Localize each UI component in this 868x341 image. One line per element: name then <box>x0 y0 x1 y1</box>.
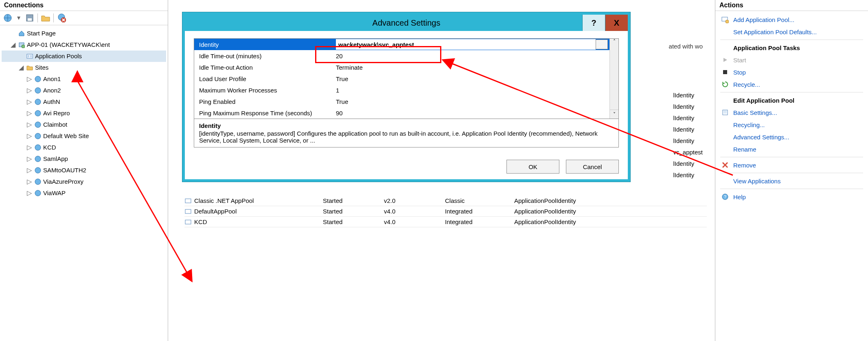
help-button[interactable]: ? <box>582 15 605 31</box>
tree-site[interactable]: ▷Anon2 <box>2 85 166 96</box>
identity-cell: lIdentity <box>673 135 703 147</box>
prop-value: 20 <box>333 53 609 59</box>
action-stop[interactable]: Stop <box>715 66 868 78</box>
close-button[interactable]: X <box>605 15 628 31</box>
action-remove[interactable]: Remove <box>715 159 868 171</box>
svg-point-25 <box>726 20 729 23</box>
table-row[interactable]: Classic .NET AppPool Started v2.0 Classi… <box>184 196 707 206</box>
tree-site[interactable]: ▷Default Web Site <box>2 130 166 142</box>
tree-site[interactable]: ▷Anon1 <box>2 73 166 85</box>
action-label: Recycle... <box>733 81 760 88</box>
property-row[interactable]: Load User ProfileTrue <box>194 73 609 84</box>
prop-value: Terminate <box>333 64 609 71</box>
tree-site[interactable]: ▷SAMtoOAUTH2 <box>2 165 166 176</box>
tree-site[interactable]: ▷ViaWAP <box>2 187 166 199</box>
expand-icon[interactable]: ▷ <box>26 110 33 117</box>
header-label: Application Pool Tasks <box>733 44 800 51</box>
tree-site[interactable]: ▷Claimbot <box>2 119 166 130</box>
action-recycling[interactable]: Recycling... <box>715 119 868 131</box>
prop-value: 1 <box>333 87 609 94</box>
dropdown-icon[interactable]: ▾ <box>15 15 22 21</box>
action-view-apps[interactable]: View Applications <box>715 175 868 187</box>
save-icon[interactable] <box>25 13 34 22</box>
expand-icon[interactable]: ▷ <box>26 178 33 185</box>
property-row[interactable]: Ping EnabledTrue <box>194 96 609 107</box>
tree-label: Anon1 <box>43 74 61 84</box>
open-icon[interactable] <box>41 13 50 22</box>
collapse-icon[interactable]: ◢ <box>10 42 16 48</box>
ok-button[interactable]: OK <box>506 160 559 174</box>
action-label: Set Application Pool Defaults... <box>733 29 817 35</box>
scrollbar[interactable]: ˄ <box>609 39 618 119</box>
table-row[interactable]: DefaultAppPool Started v4.0 Integrated A… <box>184 206 707 217</box>
tree-site[interactable]: ▷AuthN <box>2 96 166 108</box>
expand-icon[interactable]: ▷ <box>26 190 33 196</box>
action-help[interactable]: ? Help <box>715 191 868 203</box>
svg-point-12 <box>35 99 41 105</box>
property-row-identity[interactable]: Identity wacketywack\svc_apptest … <box>194 39 609 50</box>
action-advanced-settings[interactable]: Advanced Settings... <box>715 131 868 143</box>
action-set-defaults[interactable]: Set Application Pool Defaults... <box>715 26 868 38</box>
svg-point-11 <box>35 88 41 93</box>
scroll-down-icon[interactable]: ˅ <box>609 110 618 119</box>
app-pool-icon <box>26 53 33 60</box>
tree-site[interactable]: ▷Avi Repro <box>2 108 166 119</box>
table-row[interactable]: KCD Started v4.0 Integrated ApplicationP… <box>184 217 707 227</box>
action-label: Basic Settings... <box>733 109 777 116</box>
property-row[interactable]: Idle Time-out ActionTerminate <box>194 62 609 73</box>
help-icon: ? <box>591 18 596 28</box>
expand-icon[interactable]: ▷ <box>26 133 33 139</box>
tree-site[interactable]: ▷KCD <box>2 142 166 153</box>
expand-icon[interactable]: ▷ <box>26 99 33 105</box>
site-icon <box>34 121 42 128</box>
svg-rect-22 <box>185 209 191 213</box>
pool-status: Started <box>323 218 384 225</box>
stop-icon <box>721 68 729 76</box>
blank-icon <box>721 28 729 36</box>
expand-icon[interactable]: ▷ <box>26 76 33 82</box>
expand-icon[interactable]: ▷ <box>26 144 33 151</box>
remove-connection-icon[interactable] <box>57 13 66 22</box>
identity-value-field[interactable]: wacketywack\svc_apptest <box>336 39 596 50</box>
cancel-button[interactable]: Cancel <box>566 160 619 174</box>
property-row[interactable]: Ping Maximum Response Time (seconds)90 <box>194 107 609 119</box>
connect-icon[interactable] <box>3 13 12 22</box>
action-label: Recycling... <box>733 121 765 128</box>
svg-rect-9 <box>30 55 32 57</box>
ellipsis-button[interactable]: … <box>596 40 608 49</box>
expand-icon[interactable]: ▷ <box>26 167 33 174</box>
site-icon <box>34 178 42 185</box>
tree-sites-node[interactable]: ◢ Sites <box>2 62 166 73</box>
action-start: Start <box>715 54 868 66</box>
tree-site[interactable]: ▷SamlApp <box>2 153 166 165</box>
tree-label: Anon2 <box>43 85 61 96</box>
expand-icon[interactable]: ▷ <box>26 121 33 128</box>
property-row[interactable]: Idle Time-out (minutes)20 <box>194 50 609 62</box>
blank-icon <box>721 133 729 141</box>
tree-start-page[interactable]: Start Page <box>2 28 166 39</box>
truncated-text: ated with wo <box>669 43 703 50</box>
connections-title: Connections <box>0 0 168 11</box>
collapse-icon[interactable]: ◢ <box>18 64 24 71</box>
svg-rect-29 <box>723 112 727 113</box>
expand-icon[interactable]: ▷ <box>26 156 33 162</box>
property-row[interactable]: Maximum Worker Processes1 <box>194 84 609 96</box>
scroll-up-icon[interactable]: ˄ <box>613 39 616 44</box>
folder-icon <box>26 64 33 71</box>
tree-label: KCD <box>43 142 56 153</box>
expand-icon[interactable]: ▷ <box>26 87 33 94</box>
action-add-pool[interactable]: Add Application Pool... <box>715 13 868 26</box>
app-pool-icon <box>184 218 192 226</box>
action-rename[interactable]: Rename <box>715 143 868 155</box>
tree-label: Sites <box>35 62 48 73</box>
tree-server-node[interactable]: ◢ APP-01 (WACKETYWACK\ent <box>2 39 166 51</box>
site-icon <box>34 110 42 117</box>
tree-site[interactable]: ▷ViaAzureProxy <box>2 176 166 187</box>
tree-app-pools[interactable]: Application Pools <box>2 51 166 62</box>
action-basic-settings[interactable]: Basic Settings... <box>715 106 868 119</box>
action-recycle[interactable]: Recycle... <box>715 78 868 90</box>
dialog-titlebar[interactable]: Advanced Settings ? X <box>185 15 628 31</box>
svg-point-6 <box>22 45 25 48</box>
site-icon <box>34 87 42 94</box>
separator <box>720 92 863 92</box>
